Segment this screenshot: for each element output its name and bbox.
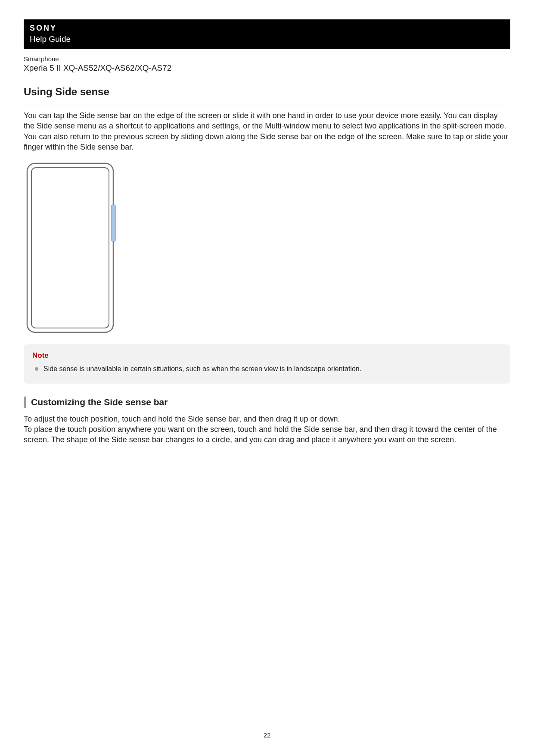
note-item: Side sense is unavailable in certain sit… — [35, 364, 502, 374]
svg-rect-1 — [31, 168, 109, 328]
page-title: Using Side sense — [24, 86, 510, 98]
device-category: Smartphone — [24, 55, 510, 62]
svg-rect-2 — [112, 205, 115, 241]
note-box: Note Side sense is unavailable in certai… — [24, 344, 510, 383]
device-model: Xperia 5 II XQ-AS52/XQ-AS62/XQ-AS72 — [24, 63, 510, 73]
section-title: Customizing the Side sense bar — [31, 397, 168, 407]
device-block: Smartphone Xperia 5 II XQ-AS52/XQ-AS62/X… — [24, 55, 510, 73]
brand-logo: SONY — [30, 24, 504, 33]
note-list: Side sense is unavailable in certain sit… — [32, 364, 502, 374]
section-heading: Customizing the Side sense bar — [24, 397, 510, 408]
intro-paragraph: You can tap the Side sense bar on the ed… — [24, 110, 510, 152]
note-label: Note — [32, 351, 502, 360]
header-bar: SONY Help Guide — [24, 19, 510, 49]
svg-rect-0 — [27, 163, 113, 332]
help-guide-label: Help Guide — [30, 34, 504, 44]
phone-illustration — [25, 162, 510, 336]
section-bar-icon — [24, 397, 26, 408]
page-number: 22 — [0, 731, 534, 739]
title-divider — [24, 104, 510, 104]
section-body: To adjust the touch position, touch and … — [24, 414, 510, 445]
